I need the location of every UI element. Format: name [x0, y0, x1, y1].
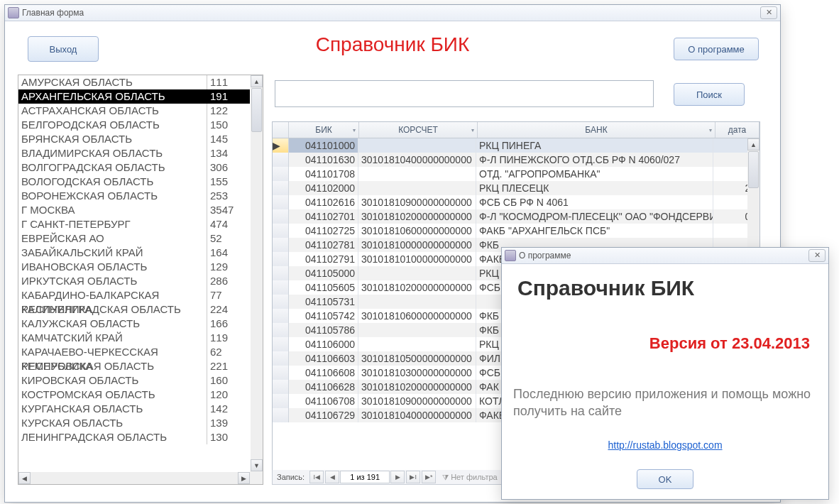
cell-bank: ФАКБ "АРХАНГЕЛЬСК ПСБ" [476, 224, 713, 238]
region-row[interactable]: КУРГАНСКАЯ ОБЛАСТЬ142 [18, 402, 250, 416]
scroll-left-icon[interactable]: ◀ [18, 472, 31, 484]
region-row[interactable]: БРЯНСКАЯ ОБЛАСТЬ145 [18, 132, 250, 146]
recnav-new-button[interactable]: ▶* [422, 471, 436, 483]
grid-header-bik[interactable]: БИК▾ [289, 122, 359, 138]
region-list-viewport[interactable]: АМУРСКАЯ ОБЛАСТЬ111АРХАНГЕЛЬСКАЯ ОБЛАСТЬ… [18, 75, 250, 471]
row-selector[interactable] [273, 408, 289, 422]
chevron-down-icon[interactable]: ▾ [709, 127, 712, 133]
region-name: ВОЛОГОДСКАЯ ОБЛАСТЬ [18, 175, 207, 189]
row-selector[interactable] [273, 280, 289, 295]
search-input[interactable] [275, 80, 654, 107]
row-selector[interactable] [273, 323, 289, 337]
exit-button[interactable]: Выход [28, 36, 99, 62]
grid-row[interactable]: ▶041101000РКЦ ПИНЕГА [273, 138, 760, 153]
row-selector[interactable] [273, 167, 289, 181]
row-selector[interactable] [273, 351, 289, 366]
region-row[interactable]: ЗАБАЙКАЛЬСКИЙ КРАЙ164 [18, 246, 250, 260]
cell-bik: 041101000 [289, 138, 358, 153]
region-row[interactable]: ВОЛОГОДСКАЯ ОБЛАСТЬ155 [18, 175, 250, 189]
region-row[interactable]: АРХАНГЕЛЬСКАЯ ОБЛАСТЬ191 [18, 89, 250, 104]
region-row[interactable]: КАМЧАТСКИЙ КРАЙ119 [18, 331, 250, 345]
region-row[interactable]: АМУРСКАЯ ОБЛАСТЬ111 [18, 75, 250, 89]
search-button[interactable]: Поиск [674, 83, 745, 106]
region-row[interactable]: БЕЛГОРОДСКАЯ ОБЛАСТЬ150 [18, 118, 250, 132]
region-row[interactable]: КАБАРДИНО-БАЛКАРСКАЯ РЕСПУБЛИКА77 [18, 288, 250, 302]
about-ok-button[interactable]: OK [637, 469, 693, 489]
grid-row[interactable]: 04110261630101810900000000000ФСБ СБ РФ N… [273, 195, 760, 209]
scroll-thumb[interactable] [251, 88, 262, 132]
recnav-filter: ⧩Нет фильтра [442, 473, 498, 482]
row-selector[interactable] [273, 266, 289, 280]
cell-bank: ОТД. "АГРОПРОМБАНКА" [476, 167, 713, 181]
row-selector[interactable] [273, 252, 289, 266]
main-close-button[interactable]: ✕ [760, 6, 777, 19]
grid-row[interactable]: 04110163030101810400000000000Ф-Л ПИНЕЖСК… [273, 153, 760, 167]
region-row[interactable]: КИРОВСКАЯ ОБЛАСТЬ160 [18, 373, 250, 388]
region-row[interactable]: ЕВРЕЙСКАЯ АО52 [18, 231, 250, 246]
row-selector[interactable] [273, 337, 289, 351]
region-horizontal-scrollbar[interactable]: ◀ ▶ [18, 472, 250, 484]
region-name: ИВАНОВСКАЯ ОБЛАСТЬ [18, 260, 207, 274]
scroll-thumb[interactable] [748, 151, 759, 188]
grid-header-bank[interactable]: БАНК▾ [478, 122, 715, 138]
about-close-button[interactable]: ✕ [808, 249, 826, 262]
region-row[interactable]: ИРКУТСКАЯ ОБЛАСТЬ286 [18, 274, 250, 288]
region-row[interactable]: КАЛИНИНГРАДСКАЯ ОБЛАСТЬ224 [18, 302, 250, 317]
region-vertical-scrollbar[interactable]: ▲ ▼ [251, 75, 263, 471]
region-row[interactable]: КУРСКАЯ ОБЛАСТЬ139 [18, 416, 250, 430]
region-name: КАБАРДИНО-БАЛКАРСКАЯ РЕСПУБЛИКА [18, 288, 207, 302]
region-row[interactable]: ИВАНОВСКАЯ ОБЛАСТЬ129 [18, 260, 250, 274]
row-selector[interactable] [273, 238, 289, 252]
cell-bank: Ф-Л ПИНЕЖСКОГО ОТД.СБ РФ N 4060/027 [476, 153, 713, 167]
recnav-prev-button[interactable]: ◀ [325, 471, 339, 483]
grid-row[interactable]: 04110270130101810200000000000Ф-Л "КОСМОД… [273, 209, 760, 224]
region-row[interactable]: Г САНКТ-ПЕТЕРБУРГ474 [18, 217, 250, 231]
chevron-down-icon[interactable]: ▾ [353, 127, 356, 133]
row-selector[interactable] [273, 366, 289, 380]
scroll-down-icon[interactable]: ▼ [251, 459, 263, 471]
row-selector[interactable] [273, 394, 289, 408]
cell-bik: 041102000 [289, 181, 358, 195]
region-row[interactable]: АСТРАХАНСКАЯ ОБЛАСТЬ122 [18, 104, 250, 118]
grid-row[interactable]: 041101708ОТД. "АГРОПРОМБАНКА" [273, 167, 760, 181]
scroll-up-icon[interactable]: ▲ [251, 75, 263, 87]
recnav-next-button[interactable]: ▶ [390, 471, 405, 483]
cell-korschet: 30101810900000000000 [358, 394, 476, 408]
region-name: КЕМЕРОВСКАЯ ОБЛАСТЬ [18, 359, 207, 373]
row-selector[interactable]: ▶ [273, 138, 289, 153]
grid-row[interactable]: 04110272530101810600000000000ФАКБ "АРХАН… [273, 224, 760, 238]
grid-header-korschet[interactable]: КОРСЧЕТ▾ [359, 122, 478, 138]
grid-row[interactable]: 041102000РКЦ ПЛЕСЕЦК20 [273, 181, 760, 195]
recnav-last-button[interactable]: ▶I [406, 471, 420, 483]
region-name: АРХАНГЕЛЬСКАЯ ОБЛАСТЬ [18, 89, 207, 104]
row-selector[interactable] [273, 195, 289, 209]
grid-header-selector[interactable] [273, 122, 289, 138]
row-selector[interactable] [273, 309, 289, 323]
scroll-up-icon[interactable]: ▲ [747, 138, 760, 150]
region-count: 129 [207, 260, 243, 274]
row-selector[interactable] [273, 295, 289, 309]
scroll-right-icon[interactable]: ▶ [238, 472, 250, 484]
grid-header-date[interactable]: дата [715, 122, 760, 138]
region-row[interactable]: ВЛАДИМИРСКАЯ ОБЛАСТЬ134 [18, 146, 250, 160]
region-row[interactable]: КЕМЕРОВСКАЯ ОБЛАСТЬ221 [18, 359, 250, 373]
region-count: 253 [207, 189, 243, 203]
cell-korschet: 30101810200000000000 [358, 380, 476, 394]
row-selector[interactable] [273, 209, 289, 224]
chevron-down-icon[interactable]: ▾ [471, 127, 474, 133]
region-row[interactable]: ЛЕНИНГРАДСКАЯ ОБЛАСТЬ130 [18, 430, 250, 444]
about-button[interactable]: О программе [674, 38, 759, 60]
region-row[interactable]: ВОЛГОГРАДСКАЯ ОБЛАСТЬ306 [18, 160, 250, 175]
row-selector[interactable] [273, 380, 289, 394]
about-link[interactable]: http://rustab.blogspot.com [502, 439, 828, 451]
row-selector[interactable] [273, 181, 289, 195]
region-row[interactable]: КАЛУЖСКАЯ ОБЛАСТЬ166 [18, 317, 250, 331]
recnav-first-button[interactable]: I◀ [309, 471, 324, 483]
row-selector[interactable] [273, 153, 289, 167]
region-row[interactable]: ВОРОНЕЖСКАЯ ОБЛАСТЬ253 [18, 189, 250, 203]
row-selector[interactable] [273, 224, 289, 238]
region-row[interactable]: КАРАЧАЕВО-ЧЕРКЕССКАЯ РЕСПУБЛИКА62 [18, 345, 250, 359]
recnav-position-input[interactable] [340, 471, 390, 483]
region-row[interactable]: КОСТРОМСКАЯ ОБЛАСТЬ120 [18, 388, 250, 402]
region-row[interactable]: Г МОСКВА3547 [18, 203, 250, 217]
